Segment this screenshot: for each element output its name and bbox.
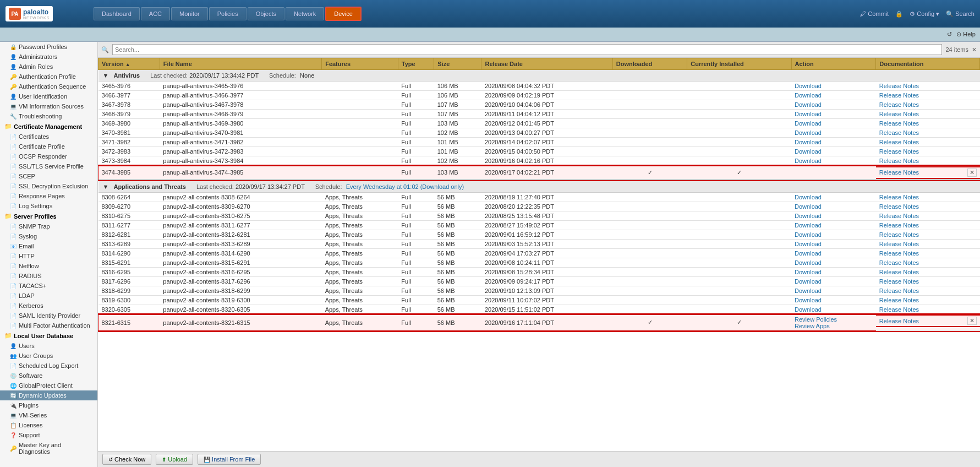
sidebar-item-master-key[interactable]: 🔑 Master Key and Diagnostics bbox=[0, 440, 97, 457]
release-notes-link[interactable]: Release Notes bbox=[879, 194, 919, 200]
release-notes-link[interactable]: Release Notes bbox=[879, 101, 919, 108]
sidebar-item-vm-info[interactable]: 💻 VM Information Sources bbox=[0, 101, 97, 111]
download-link[interactable]: Download bbox=[795, 158, 822, 164]
check-now-button[interactable]: ↺ Check Now bbox=[102, 454, 151, 465]
download-link[interactable]: Download bbox=[795, 213, 822, 219]
sidebar-item-log-settings[interactable]: 📄 Log Settings bbox=[0, 201, 97, 211]
search-button[interactable]: 🔍 Search bbox=[946, 10, 974, 18]
download-link[interactable]: Download bbox=[795, 231, 822, 238]
review-apps-link[interactable]: Review Apps bbox=[795, 323, 830, 329]
sidebar-item-users[interactable]: 👤 Users bbox=[0, 341, 97, 351]
release-notes-link[interactable]: Release Notes bbox=[879, 83, 919, 89]
sidebar-item-snmp[interactable]: 📄 SNMP Trap bbox=[0, 221, 97, 231]
sidebar-item-certificates[interactable]: 📄 Certificates bbox=[0, 132, 97, 142]
col-version[interactable]: Version ▲ bbox=[98, 58, 160, 70]
release-notes-link[interactable]: Release Notes bbox=[879, 297, 919, 303]
sidebar-item-ssl-tls[interactable]: 📄 SSL/TLS Service Profile bbox=[0, 161, 97, 171]
sidebar-group-cert-mgmt[interactable]: 📁 Certificate Management bbox=[0, 121, 97, 132]
release-notes-link[interactable]: Release Notes bbox=[879, 222, 919, 229]
release-notes-link[interactable]: Release Notes bbox=[879, 278, 919, 285]
refresh-button[interactable]: ↺ bbox=[947, 31, 952, 38]
sidebar-item-scep[interactable]: 📄 SCEP bbox=[0, 171, 97, 181]
release-notes-link[interactable]: Release Notes bbox=[879, 259, 919, 266]
download-link[interactable]: Download bbox=[795, 101, 822, 108]
sidebar-item-gp-client[interactable]: 🌐 GlobalProtect Client bbox=[0, 381, 97, 390]
sidebar-item-response-pages[interactable]: 📄 Response Pages bbox=[0, 191, 97, 201]
download-link[interactable]: Download bbox=[795, 278, 822, 285]
download-link[interactable]: Download bbox=[795, 129, 822, 136]
release-notes-link[interactable]: Release Notes bbox=[879, 287, 919, 294]
sidebar-item-email[interactable]: 📧 Email bbox=[0, 241, 97, 251]
sidebar-item-user-groups[interactable]: 👥 User Groups bbox=[0, 351, 97, 361]
sidebar-item-saml[interactable]: 📄 SAML Identity Provider bbox=[0, 311, 97, 321]
sidebar-item-syslog[interactable]: 📄 Syslog bbox=[0, 231, 97, 241]
download-link[interactable]: Download bbox=[795, 297, 822, 303]
sidebar-item-administrators[interactable]: 👤 Administrators bbox=[0, 52, 97, 62]
release-notes-link[interactable]: Release Notes bbox=[879, 269, 919, 275]
tab-objects[interactable]: Objects bbox=[248, 7, 284, 20]
release-notes-link[interactable]: Release Notes bbox=[879, 169, 919, 176]
dismiss-icon[interactable]: ✕ bbox=[967, 317, 977, 325]
release-notes-link[interactable]: Release Notes bbox=[879, 148, 919, 155]
sidebar-item-kerberos[interactable]: 📄 Kerberos bbox=[0, 301, 97, 311]
download-link[interactable]: Download bbox=[795, 92, 822, 99]
sidebar-group-local-user-db[interactable]: 📁 Local User Database bbox=[0, 330, 97, 341]
tab-monitor[interactable]: Monitor bbox=[171, 7, 208, 20]
download-link[interactable]: Download bbox=[795, 83, 822, 89]
sidebar-item-vm-series[interactable]: 💻 VM-Series bbox=[0, 410, 97, 420]
sidebar-group-server-profiles[interactable]: 📁 Server Profiles bbox=[0, 211, 97, 221]
sidebar-item-dynamic-updates[interactable]: 🔄 Dynamic Updates bbox=[0, 390, 97, 400]
sidebar-item-mfa[interactable]: 📄 Multi Factor Authentication bbox=[0, 321, 97, 330]
sidebar-item-troubleshoot[interactable]: 🔧 Troubleshooting bbox=[0, 111, 97, 121]
sidebar-item-plugins[interactable]: 🔌 Plugins bbox=[0, 400, 97, 410]
tab-device[interactable]: Device bbox=[325, 7, 362, 21]
sidebar-item-admin-roles[interactable]: 👤 Admin Roles bbox=[0, 62, 97, 72]
sidebar-item-netflow[interactable]: 📄 Netflow bbox=[0, 261, 97, 271]
download-link[interactable]: Download bbox=[795, 194, 822, 200]
sidebar-item-auth-profile[interactable]: 🔑 Authentication Profile bbox=[0, 72, 97, 82]
release-notes-link[interactable]: Release Notes bbox=[879, 129, 919, 136]
commit-button[interactable]: 🖊 Commit bbox=[860, 10, 889, 17]
download-link[interactable]: Download bbox=[795, 241, 822, 247]
sidebar-item-software[interactable]: 💿 Software bbox=[0, 371, 97, 381]
download-link[interactable]: Download bbox=[795, 306, 822, 313]
sidebar-item-radius[interactable]: 📄 RADIUS bbox=[0, 271, 97, 281]
sidebar-item-http[interactable]: 📄 HTTP bbox=[0, 251, 97, 261]
release-notes-link[interactable]: Release Notes bbox=[879, 213, 919, 219]
dismiss-icon[interactable]: ✕ bbox=[967, 169, 977, 177]
upload-button[interactable]: ⬆ Upload bbox=[156, 454, 193, 465]
tab-dashboard[interactable]: Dashboard bbox=[94, 7, 140, 20]
tab-acc[interactable]: ACC bbox=[141, 7, 170, 20]
tab-network[interactable]: Network bbox=[286, 7, 324, 20]
antivirus-section-toggle[interactable]: ▼ bbox=[103, 72, 109, 79]
download-link[interactable]: Download bbox=[795, 111, 822, 117]
sidebar-item-ocsp[interactable]: 📄 OCSP Responder bbox=[0, 151, 97, 161]
config-button[interactable]: ⚙ Config ▾ bbox=[910, 10, 939, 18]
release-notes-link[interactable]: Release Notes bbox=[879, 306, 919, 313]
release-notes-link[interactable]: Release Notes bbox=[879, 318, 919, 324]
release-notes-link[interactable]: Release Notes bbox=[879, 92, 919, 99]
download-link[interactable]: Download bbox=[795, 259, 822, 266]
release-notes-link[interactable]: Release Notes bbox=[879, 250, 919, 257]
release-notes-link[interactable]: Release Notes bbox=[879, 120, 919, 127]
sidebar-item-password-profiles[interactable]: 🔒 Password Profiles bbox=[0, 42, 97, 52]
sidebar-item-user-id[interactable]: 👤 User Identification bbox=[0, 91, 97, 101]
download-link[interactable]: Download bbox=[795, 148, 822, 155]
release-notes-link[interactable]: Release Notes bbox=[879, 158, 919, 164]
release-notes-link[interactable]: Release Notes bbox=[879, 111, 919, 117]
sidebar-item-sched-log[interactable]: 📄 Scheduled Log Export bbox=[0, 361, 97, 371]
download-link[interactable]: Download bbox=[795, 139, 822, 145]
download-link[interactable]: Download bbox=[795, 120, 822, 127]
search-input[interactable] bbox=[112, 44, 942, 55]
download-link[interactable]: Download bbox=[795, 287, 822, 294]
release-notes-link[interactable]: Release Notes bbox=[879, 241, 919, 247]
sidebar-item-licenses[interactable]: 📋 Licenses bbox=[0, 420, 97, 430]
sidebar-item-support[interactable]: ❓ Support bbox=[0, 430, 97, 440]
download-link[interactable]: Download bbox=[795, 250, 822, 257]
release-notes-link[interactable]: Release Notes bbox=[879, 231, 919, 238]
install-from-file-button[interactable]: 💾 Install From File bbox=[198, 454, 261, 465]
sidebar-item-tacacs[interactable]: 📄 TACACS+ bbox=[0, 281, 97, 291]
help-button[interactable]: ⊙ Help bbox=[956, 31, 976, 38]
sidebar-item-ldap[interactable]: 📄 LDAP bbox=[0, 291, 97, 301]
download-link[interactable]: Download bbox=[795, 269, 822, 275]
